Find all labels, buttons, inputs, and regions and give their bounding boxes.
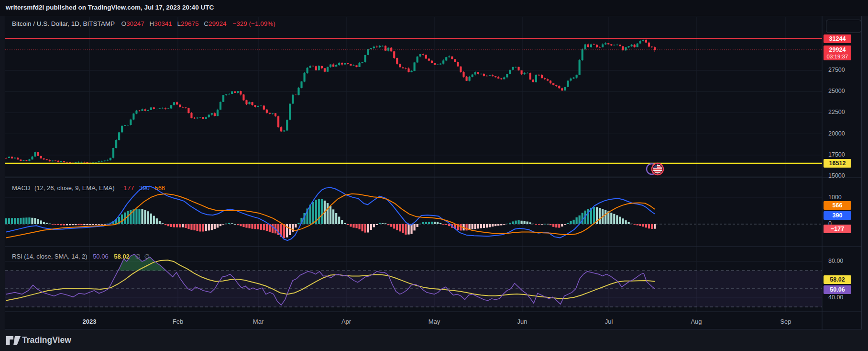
change-value: −329 (−1.09%)	[232, 20, 275, 27]
rsi-band-lower: ∅	[144, 253, 149, 260]
macd-legend: MACD (12, 26, close, 9, EMA, EMA) −177 3…	[12, 184, 165, 192]
low-label: L	[177, 20, 181, 27]
open-label: O	[121, 20, 127, 27]
tradingview-logo-icon[interactable]	[6, 334, 21, 347]
high-value: 30341	[154, 20, 172, 27]
economic-event-icon[interactable]	[647, 163, 663, 175]
chart-canvas	[5, 16, 862, 330]
macd-hist-value: −177	[120, 184, 134, 192]
page: writersmfd2i published on TradingView.co…	[0, 0, 868, 351]
price-levels	[5, 39, 822, 163]
macd-line-value: 390	[139, 184, 150, 192]
low-value: 29675	[181, 20, 199, 27]
rsi-band-upper: ∅	[135, 253, 140, 260]
rsi-value: 50.06	[93, 253, 109, 260]
close-label: C	[204, 20, 209, 27]
footer-bar: TradingView	[0, 330, 868, 351]
publish-text: writersmfd2i published on TradingView.co…	[6, 4, 214, 11]
tradingview-brand[interactable]: TradingView	[22, 335, 71, 345]
macd-params: (12, 26, close, 9, EMA, EMA)	[34, 184, 115, 192]
rsi-title: RSI (14, close, SMA, 14, 2)	[12, 253, 88, 260]
price-scale-chip[interactable]	[826, 20, 861, 33]
publish-bar: writersmfd2i published on TradingView.co…	[0, 0, 868, 16]
rsi-legend: RSI (14, close, SMA, 14, 2) 50.06 58.02 …	[12, 253, 150, 260]
chart-widget: 2750025000225002000017500150001000080.00…	[5, 16, 862, 329]
symbol-title: Bitcoin / U.S. Dollar, 1D, BITSTAMP	[12, 20, 115, 27]
close-value: 29924	[209, 20, 227, 27]
rsi-sma-value: 58.02	[114, 253, 130, 260]
candlestick-series	[5, 39, 656, 164]
vertical-gridlines	[89, 17, 786, 312]
high-label: H	[149, 20, 154, 27]
macd-title: MACD	[12, 184, 30, 192]
macd-pane	[5, 186, 656, 240]
macd-signal-value: 566	[154, 184, 165, 192]
price-legend: Bitcoin / U.S. Dollar, 1D, BITSTAMP O302…	[12, 20, 275, 27]
open-value: 30247	[126, 20, 144, 27]
